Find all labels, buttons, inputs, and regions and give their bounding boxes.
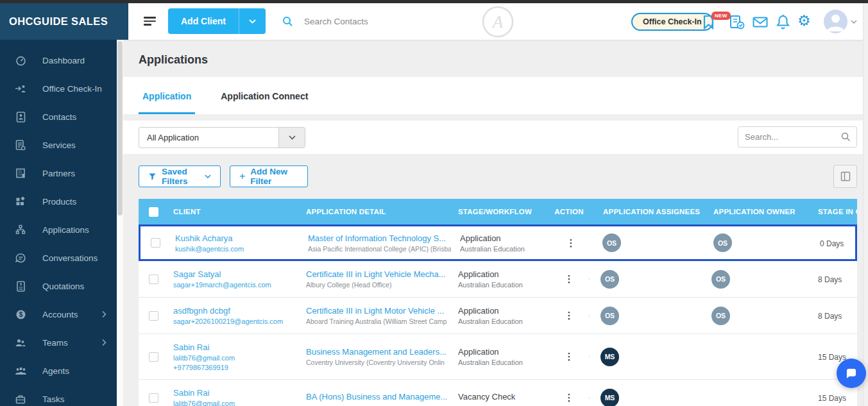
sidebar-item-services[interactable]: Services [0,131,117,159]
assignee-avatar[interactable]: MS [600,348,619,366]
client-name-link[interactable]: asdfbgnh dcbgf [173,306,304,316]
client-name-link[interactable]: Sagar Satyal [173,269,304,279]
sidebar-item-partners[interactable]: Partners [0,159,117,187]
row-checkbox[interactable] [149,393,158,403]
chat-bubble-icon [844,366,858,380]
sidebar-item-dashboard[interactable]: Dashboard [0,46,117,74]
gear-icon[interactable]: ⚙ [797,12,811,30]
search-icon [282,16,293,27]
client-email: sagar+19march@agentcis.com [173,281,304,289]
chat-widget-button[interactable] [837,359,866,388]
sidebar-item-teams[interactable]: Teams [0,328,117,357]
mail-icon[interactable] [753,17,768,28]
stage-name: Application [460,233,552,243]
assignee-avatar[interactable]: OS [600,307,619,325]
add-client-dropdown[interactable] [239,8,266,34]
application-type-select[interactable]: All Application [139,127,305,148]
add-client-label: Add Client [168,16,239,26]
assignee-avatar[interactable]: MS [600,389,619,406]
tab-application-connect[interactable]: Application Connect [217,91,312,114]
client-name-link[interactable]: Kushik Acharya [175,233,306,243]
owner-avatar[interactable]: OS [713,233,732,252]
row-checkbox[interactable] [149,352,158,362]
row-actions-icon[interactable]: ⋮ [565,392,574,403]
assignee-avatar[interactable]: OS [600,270,619,289]
sidebar-item-conversations[interactable]: Conversations [0,244,117,272]
sidebar-item-office-check-in[interactable]: Office Check-In [0,74,117,103]
teams-icon [13,337,28,348]
owner-avatar[interactable]: OS [711,270,730,289]
row-checkbox[interactable] [149,275,158,284]
sidebar-item-accounts[interactable]: $ Accounts [0,300,117,328]
column-header-stage-workflow[interactable]: STAGE/WORKFLOW [449,208,550,216]
office-check-in-label: Office Check-In [643,17,702,26]
table-row[interactable]: Sabin Rai lalitb76@gmail.com +9779867369… [139,334,857,380]
assignee-avatar[interactable]: OS [602,233,621,252]
application-course-link[interactable]: Master of Information Technology S... [308,233,451,243]
sidebar-item-label: Services [42,140,76,150]
sidebar-item-tasks[interactable]: Tasks [0,385,117,406]
add-new-filter-button[interactable]: + Add New Filter [230,165,308,187]
sidebar-item-applications[interactable]: Applications [0,216,117,244]
row-actions-icon[interactable]: ⋮ [565,273,574,285]
sidebar-scrollbar-thumb[interactable] [117,41,123,216]
column-settings-button[interactable] [833,165,857,188]
page-scrollbar[interactable] [863,3,868,406]
client-name-link[interactable]: Sabin Rai [173,343,304,352]
sidebar-item-agents[interactable]: Agents [0,357,117,385]
application-course-link[interactable]: BA (Hons) Business and Manageme... [306,392,449,402]
chevron-down-icon [278,128,305,148]
saved-filters-button[interactable]: Saved Filters [139,165,221,187]
row-actions-icon[interactable]: ⋮ [566,237,576,249]
sidebar-item-products[interactable]: Products [0,187,117,216]
sidebar: OHCGUIDE SALES Dashboard Office Check-In… [0,3,123,406]
table-search-input[interactable] [745,127,835,147]
table-row[interactable]: Sabin Rai lalitb76@gmail.com BA (Hons) B… [139,380,857,406]
stage-in-queue-value: 8 Days [818,312,842,321]
application-institution: Asia Pacific International College (APIC… [308,245,451,253]
application-course-link[interactable]: Certificate III in Light Vehicle Mecha..… [306,269,449,279]
row-checkbox[interactable] [149,311,158,321]
brand-logo[interactable]: OHCGUIDE SALES [0,3,128,40]
client-email: kushik@agentcis.com [175,245,306,253]
new-badge: NEW [711,12,731,20]
watermark-logo-icon: A [481,5,515,38]
sidebar-scrollbar[interactable] [117,40,123,406]
conversations-icon [13,252,28,264]
main-content: Add Client A Office Check-In NEW ⚙ Appli… [123,3,863,406]
row-checkbox[interactable] [151,238,160,248]
search-icon [841,132,851,142]
sidebar-item-contacts[interactable]: Contacts [0,103,117,131]
row-actions-icon[interactable]: ⋮ [565,310,574,321]
sidebar-item-quotations[interactable]: $ Quotations [0,272,117,300]
column-header-application-owner[interactable]: APPLICATION OWNER [704,208,800,216]
bell-icon[interactable] [776,14,790,30]
file-check-icon[interactable] [729,15,746,30]
add-client-button[interactable]: Add Client [168,8,266,34]
office-check-in-button[interactable]: Office Check-In [631,13,713,31]
column-header-client[interactable]: CLIENT [168,208,304,216]
user-avatar[interactable] [824,10,847,33]
table-row[interactable]: Sagar Satyal sagar+19march@agentcis.com … [139,261,857,298]
application-course-link[interactable]: Business Management and Leaders... [306,347,449,357]
column-header-stage-in-queue[interactable]: STAGE IN QUEUE [800,208,857,216]
column-header-application-detail[interactable]: APPLICATION DETAIL [304,208,449,216]
column-header-application-assignees[interactable]: APPLICATION ASSIGNEES [591,208,704,216]
application-course-link[interactable]: Certificate III in Light Motor Vehicle .… [306,306,449,316]
sidebar-item-label: Partners [42,169,75,178]
sidebar-item-label: Agents [42,366,69,376]
select-all-checkbox[interactable] [149,207,158,217]
table-row[interactable]: Kushik Acharya kushik@agentcis.com Maste… [139,224,857,261]
search-contacts-input[interactable] [304,12,452,30]
row-actions-icon[interactable]: ⋮ [565,351,574,362]
tab-application[interactable]: Application [139,91,195,114]
client-name-link[interactable]: Sabin Rai [173,388,304,398]
table-search [738,126,857,148]
user-menu-caret-icon[interactable] [851,20,857,24]
stage-name: Application [458,347,550,357]
stage-in-queue-value: 0 Days [820,239,844,248]
table-row[interactable]: asdfbgnh dcbgf sagar+2026100219@agentcis… [139,298,857,334]
menu-toggle-icon[interactable] [144,17,157,26]
sidebar-item-label: Teams [42,338,68,348]
owner-avatar[interactable]: OS [711,307,730,325]
